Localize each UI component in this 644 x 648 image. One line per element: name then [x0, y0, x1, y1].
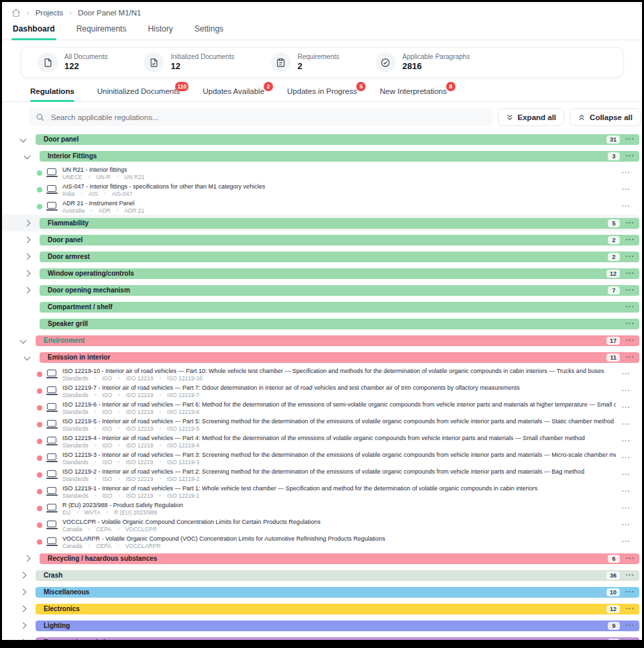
row-menu-icon[interactable]: ··· — [622, 522, 631, 529]
subtab-uninitialized-documents[interactable]: Uninitialized Documents110 — [97, 87, 180, 101]
row-menu-icon[interactable]: ··· — [626, 555, 635, 562]
section-chevron[interactable] — [18, 137, 36, 142]
crumb[interactable]: ISO 12219 — [126, 459, 154, 466]
section-bar[interactable]: Lighting 9 ··· — [36, 620, 639, 631]
row-menu-icon[interactable]: ··· — [626, 354, 635, 361]
crumb[interactable]: ISO 12219 — [126, 442, 154, 449]
crumb[interactable]: ISO 12219-2 — [167, 476, 199, 482]
section-chevron[interactable] — [18, 606, 36, 611]
regulation-item-row[interactable]: ISO 12219-5 - Interior air of road vehic… — [2, 416, 639, 433]
crumb[interactable]: UNECE — [62, 174, 83, 180]
crumb[interactable]: ISO 12219-4 — [167, 442, 199, 449]
regulation-item-row[interactable]: ISO 12219-1 - Interior air of road vehic… — [2, 483, 639, 500]
row-menu-icon[interactable]: ··· — [622, 388, 631, 394]
tab-requirements[interactable]: Requirements — [75, 24, 128, 40]
crumb[interactable]: ISO 12219-3 — [167, 459, 199, 466]
row-menu-icon[interactable]: ··· — [626, 237, 635, 244]
regulation-item-row[interactable]: ISO 12219-7 - Interior air of road vehic… — [2, 382, 639, 399]
crumb[interactable]: AIS-047 — [111, 191, 132, 197]
section-chevron[interactable] — [22, 355, 40, 360]
crumb[interactable]: ISO 12219 — [126, 492, 154, 499]
crumb[interactable]: ADR — [99, 207, 111, 214]
section-chevron[interactable] — [22, 556, 40, 561]
crumb[interactable]: ISO 12219 — [126, 409, 154, 415]
section-bar[interactable]: Emission in interior 11 ··· — [40, 352, 639, 363]
row-menu-icon[interactable]: ··· — [626, 270, 635, 277]
crumb[interactable]: Standards — [62, 442, 89, 449]
regulation-item-row[interactable]: R (EU) 2023/988 - Product Safety Regulat… — [2, 500, 639, 517]
section-chevron[interactable] — [22, 271, 40, 276]
section-bar[interactable]: Door panel 31 ··· — [36, 134, 639, 145]
crumb[interactable]: ISO 12219-7 — [167, 392, 199, 398]
section-chevron[interactable] — [22, 288, 40, 292]
section-chevron[interactable] — [18, 590, 36, 594]
crumb[interactable]: ISO 12219 — [126, 392, 154, 398]
regulation-item-row[interactable]: ISO 12219-3 - Interior air of road vehic… — [2, 449, 639, 466]
section-chevron[interactable] — [22, 221, 40, 225]
crumb[interactable]: CEPA — [96, 526, 111, 533]
crumb[interactable]: ISO — [102, 392, 112, 398]
row-menu-icon[interactable]: ··· — [626, 572, 635, 579]
row-menu-icon[interactable]: ··· — [626, 639, 635, 641]
crumb[interactable]: EU — [62, 509, 70, 516]
row-menu-icon[interactable]: ··· — [622, 488, 631, 495]
crumb[interactable]: AIS — [89, 191, 98, 197]
crumb[interactable]: ISO — [102, 409, 112, 415]
subtab-new-interpretations[interactable]: New Interpretations8 — [380, 87, 447, 101]
row-menu-icon[interactable]: ··· — [626, 254, 635, 260]
section-bar[interactable]: Compartment / shelf ··· — [40, 302, 639, 313]
section-chevron[interactable] — [22, 254, 40, 259]
regulation-item-row[interactable]: ADR 21 - Instrument Panel Australia›ADR›… — [2, 198, 639, 215]
row-menu-icon[interactable]: ··· — [622, 438, 631, 445]
crumb[interactable]: ISO 12219-6 — [167, 409, 199, 415]
crumb[interactable]: ISO — [102, 476, 112, 482]
crumb[interactable]: ISO — [102, 425, 112, 432]
crumb[interactable]: Standards — [62, 392, 89, 398]
crumb[interactable]: CEPA — [96, 543, 111, 549]
regulation-item-row[interactable]: ISO 12219-4 - Interior air of road vehic… — [2, 433, 639, 449]
crumb[interactable]: Canada — [62, 543, 83, 549]
breadcrumb-projects[interactable]: Projects — [36, 9, 64, 17]
crumb[interactable]: ISO — [102, 442, 112, 449]
regulation-item-row[interactable]: UN R21 - Interior fittings UNECE›UN-R›UN… — [2, 164, 639, 181]
section-bar[interactable]: Recycling / hazardous substances 6 ··· — [40, 553, 639, 564]
regulation-item-row[interactable]: ISO 12219-2 - Interior air of road vehic… — [2, 466, 639, 483]
crumb[interactable]: VOCCLCPR — [125, 526, 157, 533]
row-menu-icon[interactable]: ··· — [626, 589, 635, 596]
crumb[interactable]: ISO — [102, 492, 112, 499]
row-menu-icon[interactable]: ··· — [622, 371, 631, 378]
regulation-item-row[interactable]: ISO 12219-6 - Interior air of road vehic… — [2, 399, 639, 416]
crumb[interactable]: Standards — [62, 476, 89, 482]
section-chevron[interactable] — [18, 338, 36, 343]
row-menu-icon[interactable]: ··· — [622, 186, 631, 193]
crumb[interactable]: ISO 12219 — [126, 375, 154, 382]
regulation-item-row[interactable]: ISO 12219-10 - Interior air of road vehi… — [2, 366, 639, 382]
crumb[interactable]: R (EU) 2023/988 — [114, 509, 157, 516]
crumb[interactable]: Standards — [62, 492, 89, 499]
section-bar[interactable]: Framework regulations 7 ··· — [36, 637, 639, 641]
section-chevron[interactable] — [18, 623, 36, 628]
section-chevron[interactable] — [18, 573, 36, 578]
row-menu-icon[interactable]: ··· — [626, 337, 635, 344]
crumb[interactable]: ISO — [102, 459, 112, 466]
crumb[interactable]: Standards — [62, 409, 89, 415]
section-bar[interactable]: Window operating/controls 12 ··· — [40, 268, 639, 279]
crumb[interactable]: ADR 21 — [124, 207, 144, 214]
crumb[interactable]: ISO — [102, 375, 112, 382]
row-menu-icon[interactable]: ··· — [622, 472, 631, 478]
crumb[interactable]: ISO 12219-1 — [167, 492, 199, 499]
home-icon[interactable] — [11, 8, 21, 17]
regulation-item-row[interactable]: AIS-047 - Interior fittings - specificat… — [2, 181, 639, 198]
crumb[interactable]: Standards — [62, 375, 89, 382]
regulation-item-row[interactable]: VOCCLARPR - Volatile Organic Compound (V… — [2, 533, 639, 550]
row-menu-icon[interactable]: ··· — [626, 287, 635, 294]
row-menu-icon[interactable]: ··· — [622, 455, 631, 462]
section-bar[interactable]: Environment 17 ··· — [36, 335, 639, 346]
search-box[interactable] — [29, 108, 492, 126]
row-menu-icon[interactable]: ··· — [626, 606, 635, 612]
section-chevron[interactable] — [22, 154, 40, 158]
subtab-updates-available[interactable]: Updates Available2 — [203, 87, 264, 101]
row-menu-icon[interactable]: ··· — [622, 170, 631, 176]
crumb[interactable]: WVTA — [84, 509, 100, 516]
row-menu-icon[interactable]: ··· — [622, 421, 631, 428]
